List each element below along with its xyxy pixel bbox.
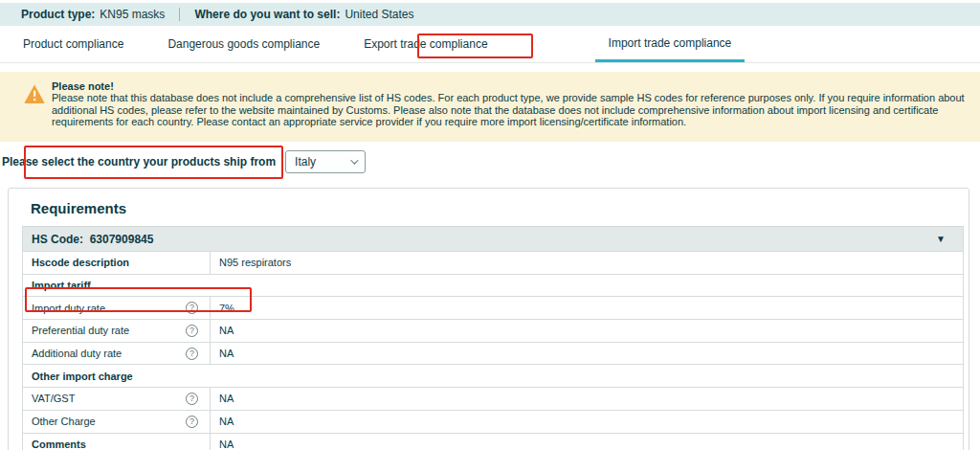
notice-title: Please note! <box>52 80 972 92</box>
help-icon[interactable]: ? <box>186 325 198 337</box>
row-value: N95 respirators <box>211 252 964 275</box>
table-row-additional-duty-rate: Additional duty rate ? NA <box>23 342 964 365</box>
row-value: NA <box>211 410 964 433</box>
table-row-vat-gst: VAT/GST ? NA <box>23 388 964 411</box>
table-row-preferential-duty-rate: Preferential duty rate ? NA <box>23 320 964 343</box>
notice-banner: Please note! Please note that this datab… <box>0 72 980 142</box>
section-row-import-tariff: Import tariff <box>23 274 964 297</box>
row-value: NA <box>211 388 964 411</box>
hs-code-label: HS Code: <box>32 233 83 246</box>
hs-code-value: 6307909845 <box>90 233 154 246</box>
tab-product-compliance[interactable]: Product compliance <box>21 28 125 62</box>
row-label: Other Charge <box>32 416 96 427</box>
collapse-caret-icon[interactable]: ▼ <box>936 234 951 244</box>
row-value: 7% <box>211 297 964 320</box>
hs-code-text: HS Code: 6307909845 <box>32 233 153 246</box>
chevron-down-icon <box>350 156 358 164</box>
tab-import-trade-compliance[interactable]: Import trade compliance <box>595 27 746 62</box>
row-value: NA <box>211 342 964 365</box>
row-label: VAT/GST <box>32 393 75 404</box>
table-row-hscode-description: Hscode description N95 respirators <box>23 252 964 275</box>
help-icon[interactable]: ? <box>186 348 198 360</box>
product-type-label: Product type: <box>21 8 95 21</box>
row-value: NA <box>211 320 964 343</box>
ship-from-country-select[interactable]: Italy <box>285 150 366 173</box>
ship-from-row: Please select the country your products … <box>2 150 366 173</box>
compliance-tabs: Product compliance Dangerous goods compl… <box>0 26 980 63</box>
help-icon[interactable]: ? <box>186 416 198 428</box>
context-bar-divider <box>179 8 180 21</box>
row-label: Additional duty rate <box>32 348 122 359</box>
section-label: Import tariff <box>23 274 964 297</box>
ship-from-label: Please select the country your products … <box>2 155 276 169</box>
tab-dangerous-goods-compliance[interactable]: Dangerous goods compliance <box>166 28 322 62</box>
hs-code-header-row[interactable]: HS Code: 6307909845 ▼ <box>23 227 964 252</box>
sell-destination-value: United States <box>345 8 413 21</box>
row-label: Hscode description <box>32 257 129 268</box>
row-label: Comments <box>32 439 86 450</box>
sell-destination-label: Where do you want to sell: <box>194 8 340 21</box>
notice-text: Please note! Please note that this datab… <box>52 80 972 133</box>
help-icon[interactable]: ? <box>186 302 198 314</box>
table-row-other-charge: Other Charge ? NA <box>23 410 964 433</box>
row-value: NA <box>211 433 964 450</box>
requirements-card: Requirements HS Code: 6307909845 ▼ Hscod… <box>8 188 969 450</box>
table-row-comments: Comments NA <box>23 433 964 450</box>
ship-from-country-value: Italy <box>295 155 316 169</box>
context-bar: Product type: KN95 masks Where do you wa… <box>0 3 980 26</box>
tab-export-trade-compliance[interactable]: Export trade compliance <box>362 28 489 62</box>
notice-body: Please note that this database does not … <box>52 92 972 127</box>
product-type-value: KN95 masks <box>100 8 165 21</box>
table-row-import-duty-rate: Import duty rate ? 7% <box>23 297 964 320</box>
section-row-other-import-charge: Other import charge <box>23 365 964 388</box>
warning-triangle-icon <box>23 83 46 104</box>
help-icon[interactable]: ? <box>186 393 198 405</box>
requirements-heading: Requirements <box>31 200 955 216</box>
row-label: Preferential duty rate <box>32 325 129 336</box>
section-label: Other import charge <box>23 365 964 388</box>
requirements-table: HS Code: 6307909845 ▼ Hscode description… <box>22 226 964 450</box>
row-label: Import duty rate <box>32 303 105 314</box>
